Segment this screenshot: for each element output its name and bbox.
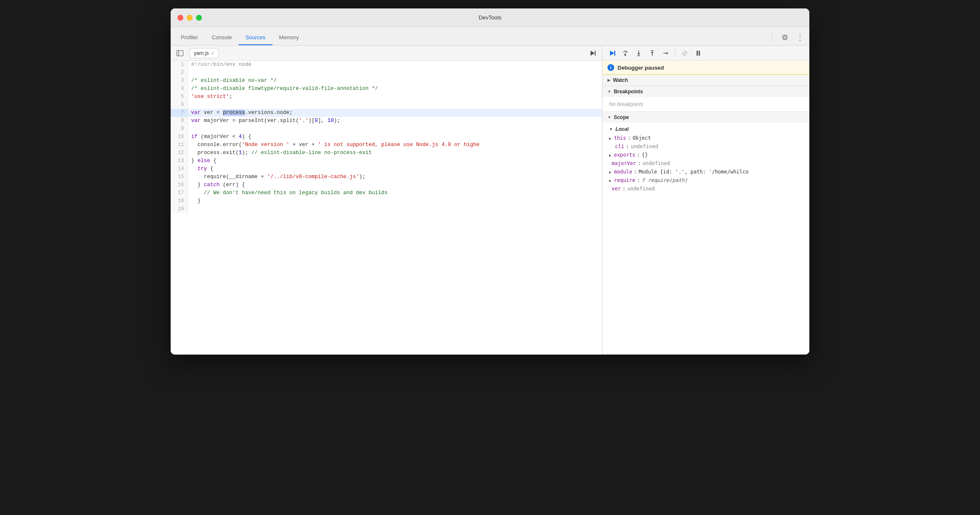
debugger-toolbar (602, 46, 809, 61)
svg-marker-2 (591, 51, 595, 56)
breakpoints-arrow-icon: ▼ (607, 89, 611, 94)
debugger-paused-banner: i Debugger paused (602, 61, 809, 75)
table-row: 9 (171, 125, 602, 133)
scope-cli-item: cli: undefined (602, 142, 809, 151)
source-panel: yarn.js × 1 (171, 46, 602, 355)
devtools-window: DevTools Profiler Console Sources Memory… (171, 8, 809, 355)
this-expand-icon: ▶ (609, 136, 611, 141)
watch-arrow-icon: ▶ (607, 78, 610, 82)
table-row: 13 } else { (171, 157, 602, 165)
require-expand-icon: ▶ (609, 179, 611, 183)
scope-section-header[interactable]: ▼ Scope (602, 112, 809, 123)
code-table: 1 #!/usr/bin/env node 2 3 /* eslint-disa… (171, 61, 602, 213)
breakpoints-section: ▼ Breakpoints No breakpoints (602, 86, 809, 112)
table-row: 5 'use strict'; (171, 93, 602, 101)
step-into-button[interactable] (633, 47, 645, 59)
svg-rect-20 (699, 51, 700, 56)
watch-label: Watch (613, 77, 628, 83)
no-breakpoints-text: No breakpoints (602, 99, 809, 110)
svg-marker-8 (624, 54, 626, 56)
step-over-button[interactable] (619, 47, 631, 59)
close-button[interactable] (177, 15, 183, 21)
svg-marker-10 (637, 53, 640, 55)
table-row: 12 process.exit(1); // eslint-disable-li… (171, 149, 602, 157)
code-area[interactable]: 1 #!/usr/bin/env node 2 3 /* eslint-disa… (171, 61, 602, 355)
main-content: yarn.js × 1 (171, 46, 809, 355)
scope-require-item[interactable]: ▶ require: f require(path) (602, 176, 809, 184)
table-row: 19 (171, 205, 602, 213)
breakpoints-content: No breakpoints (602, 97, 809, 111)
minimize-button[interactable] (187, 15, 193, 21)
deactivate-breakpoints-icon[interactable] (679, 47, 691, 59)
source-file-tab[interactable]: yarn.js × (189, 48, 219, 58)
breakpoints-label: Breakpoints (614, 89, 643, 95)
table-row: 11 console.error('Node version ' + ver +… (171, 141, 602, 149)
window-controls (177, 15, 202, 21)
debug-separator (675, 49, 675, 57)
right-panel: i Debugger paused ▶ Watch ▼ Breakpoints … (602, 46, 809, 355)
resume-button[interactable] (606, 47, 618, 59)
scope-module-item[interactable]: ▶ module: Module {id: '.', path: '/home/… (602, 168, 809, 176)
table-row: 15 require(__dirname + '/../lib/v8-compi… (171, 173, 602, 181)
scope-ver-item: ver: undefined (602, 184, 809, 193)
toggle-sidebar-icon[interactable] (174, 47, 186, 59)
svg-marker-13 (651, 51, 653, 53)
window-title: DevTools (479, 14, 501, 21)
table-row: 4 /* eslint-disable flowtype/require-val… (171, 85, 602, 93)
maximize-button[interactable] (196, 15, 202, 21)
svg-rect-3 (595, 51, 596, 56)
run-to-icon[interactable] (587, 47, 599, 59)
local-arrow-icon: ▼ (609, 127, 613, 131)
svg-rect-5 (614, 51, 615, 56)
table-row: 8 var majorVer = parseInt(ver.split('.')… (171, 117, 602, 125)
titlebar: DevTools (171, 8, 809, 27)
paused-text: Debugger paused (618, 65, 664, 71)
settings-icon[interactable]: ⚙ (779, 32, 791, 43)
module-expand-icon: ▶ (609, 170, 611, 174)
watch-section: ▶ Watch (602, 75, 809, 86)
source-file-name: yarn.js (194, 50, 209, 56)
scope-exports-item[interactable]: ▶ exports: {} (602, 151, 809, 159)
more-menu-icon[interactable]: ⋮ (794, 32, 806, 43)
svg-marker-16 (667, 52, 668, 54)
tab-actions: ⚙ ⋮ (768, 32, 806, 45)
step-button[interactable] (660, 47, 672, 59)
scope-content: ▼ Local ▶ this: Object cli: undefined (602, 123, 809, 195)
svg-marker-4 (610, 51, 614, 56)
source-tab-close-icon[interactable]: × (211, 51, 214, 56)
tab-console[interactable]: Console (205, 30, 239, 45)
watch-section-header[interactable]: ▶ Watch (602, 75, 809, 86)
table-row: 1 #!/usr/bin/env node (171, 61, 602, 69)
tab-profiler[interactable]: Profiler (174, 30, 205, 45)
step-out-button[interactable] (646, 47, 658, 59)
svg-rect-0 (177, 50, 183, 56)
table-row: 10 if (majorVer < 4) { (171, 133, 602, 141)
scope-majorver-item: majorVer: undefined (602, 159, 809, 168)
tabbar: Profiler Console Sources Memory ⚙ ⋮ (171, 27, 809, 46)
table-row: 17 // We don't have/need this on legacy … (171, 189, 602, 197)
info-icon: i (607, 64, 614, 71)
scope-label: Scope (614, 114, 629, 120)
local-label: Local (615, 126, 629, 132)
table-row: 7 var ver = process.versions.node; (171, 109, 602, 117)
table-row: 2 (171, 69, 602, 77)
table-row: 6 (171, 101, 602, 109)
table-row: 3 /* eslint-disable no-var */ (171, 77, 602, 85)
tab-memory[interactable]: Memory (272, 30, 306, 45)
source-toolbar: yarn.js × (171, 46, 602, 61)
tab-sources[interactable]: Sources (239, 30, 272, 45)
exports-expand-icon: ▶ (609, 153, 611, 157)
breakpoints-section-header[interactable]: ▼ Breakpoints (602, 86, 809, 97)
scope-this-item[interactable]: ▶ this: Object (602, 134, 809, 142)
table-row: 14 try { (171, 165, 602, 173)
svg-rect-19 (697, 51, 698, 56)
scope-section: ▼ Scope ▼ Local ▶ this: Object (602, 112, 809, 355)
table-row: 16 } catch (err) { (171, 181, 602, 189)
scope-arrow-icon: ▼ (607, 115, 611, 119)
pause-on-exceptions-icon[interactable] (692, 47, 704, 59)
local-scope-header[interactable]: ▼ Local (602, 125, 809, 134)
table-row: 18 } (171, 197, 602, 205)
